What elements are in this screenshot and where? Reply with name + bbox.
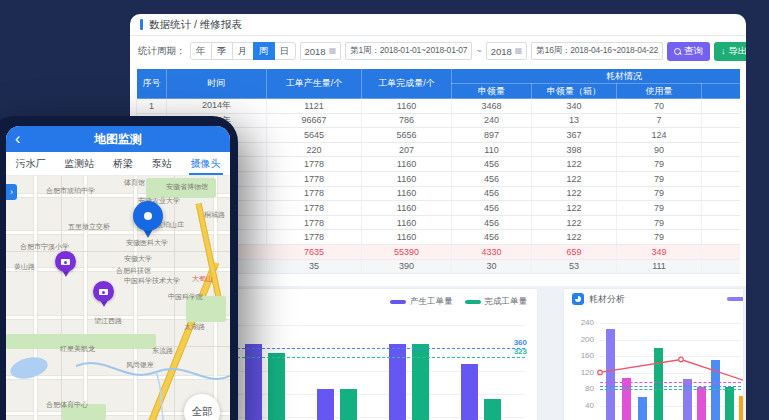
table-cell: 122 [532,157,617,172]
table-cell: 340 [532,99,617,114]
table-cell: 3468 [452,99,532,114]
table-cell: 1778 [267,171,362,186]
sub-col-header-2: 使用量 [617,84,702,99]
period-option-0[interactable]: 年 [190,42,212,60]
bar-产生工单量 [317,389,334,420]
table-cell: 1778 [267,157,362,172]
export-button-label: 导出Excel [729,45,746,58]
sub-col-header-3: 金额 [702,84,741,99]
table-cell: 1160 [362,157,452,172]
camera-icon [99,289,108,295]
gridline [237,325,525,326]
table-cell: 250 [702,99,741,114]
table-cell: 398 [532,142,617,157]
table-cell: 111 [617,259,702,274]
y-tick-label: 80 [568,384,594,393]
table-cell: 456 [452,215,532,230]
map-place-label: 安徽大学 [124,254,152,264]
work-order-chart-legend: 产生工单量完成工单量 [390,296,527,308]
period-segmented-control: 年季月周日 [190,42,296,60]
table-cell: 2014年 [167,99,267,114]
table-cell: 122 [532,201,617,216]
table-cell: 79 [617,186,702,201]
table-cell: 122 [532,171,617,186]
phone-tab-4[interactable]: 摄像头 [189,152,223,175]
header-row-main: 序号时间工单产生量/个工单完成量/个耗材情况 [137,69,741,84]
selected-location-pin[interactable] [133,201,163,238]
work-order-bar-chart: 360323 [237,313,525,420]
camera-marker[interactable] [93,281,114,307]
end-year-select[interactable]: 2018 ▦ [486,42,528,60]
table-cell: 690 [702,113,741,128]
map-place-label: 安徽省博物馆 [166,182,208,192]
period-option-4[interactable]: 日 [274,42,296,60]
camera-marker[interactable] [55,251,76,277]
range-separator: ~ [476,46,481,56]
phone-tab-2[interactable]: 桥梁 [111,152,135,175]
legend-pill [390,300,406,304]
export-excel-button[interactable]: ↓ 导出Excel [714,42,746,61]
table-cell: 67 [702,157,741,172]
phone-tab-0[interactable]: 污水厂 [13,152,47,175]
table-cell: 456 [452,201,532,216]
table-cell: 1121 [267,99,362,114]
table-cell: 1160 [362,186,452,201]
period-option-2[interactable]: 月 [232,42,254,60]
table-cell: 140 [702,259,741,274]
table-cell: 1778 [267,215,362,230]
table-cell: 332 [702,244,741,259]
map-place-label: 合肥科技馆 [116,266,151,276]
table-cell: 67 [702,230,741,245]
table-cell: 30 [452,259,532,274]
table-cell: 110 [452,142,532,157]
map-canvas[interactable]: › 全部 体育馆安徽省博物馆合肥市琥珀中学安徽农业大学桐城路五里墩立交桥琥珀山庄… [6,176,230,420]
y-tick-label: 160 [568,351,594,360]
table-cell: 207 [362,142,452,157]
table-cell: 456 [452,186,532,201]
table-cell: 659 [532,244,617,259]
table-cell: 70 [617,99,702,114]
consumables-chart-header: 耗材分析 [564,289,743,309]
query-button[interactable]: 查询 [667,42,710,61]
end-week-input[interactable]: 第16周：2018-04-16~2018-04-22 [531,42,663,60]
table-cell: 7 [617,113,702,128]
table-cell: 1160 [362,201,452,216]
map-place-label: 中国科学技术大学 [124,276,180,286]
phone-tab-1[interactable]: 监测站 [62,152,96,175]
table-cell: 67 [702,171,741,186]
table-header: 序号时间工单产生量/个工单完成量/个耗材情况申领量申领量（箱）使用量金额 [137,69,741,99]
start-year-select[interactable]: 2018 ▦ [300,42,342,60]
y-tick-label: 240 [568,318,594,327]
table-cell: 79 [617,171,702,186]
consumables-chart-title: 耗材分析 [589,293,625,306]
download-icon: ↓ [721,47,726,56]
camera-icon [61,259,70,265]
legend-item-1: 完成工单量 [465,296,528,308]
start-week-input[interactable]: 第1周：2018-01-01~2018-01-07 [345,42,472,60]
table-cell: 96667 [267,113,362,128]
table-cell: 67 [702,186,741,201]
table-cell: 367 [532,128,617,143]
phone-tab-3[interactable]: 泵站 [150,152,174,175]
table-cell: 90 [617,142,702,157]
table-cell: 7635 [267,244,362,259]
table-cell: 390 [362,259,452,274]
table-cell: 786 [362,113,452,128]
consumables-legend-pill [727,297,744,301]
table-cell: 240 [452,113,532,128]
search-icon [674,48,681,55]
map-place-label: 东流路 [152,346,173,356]
table-cell: 79 [617,157,702,172]
panel-expand-button[interactable]: › [6,184,17,200]
back-icon[interactable]: ‹ [15,127,20,151]
table-cell: 53 [532,259,617,274]
period-option-1[interactable]: 季 [211,42,233,60]
phone-screen: ‹ 地图监测 污水厂监测站桥梁泵站摄像头 [6,126,230,420]
col-header-0: 序号 [137,69,167,99]
start-year-value: 2018 [305,46,326,57]
table-cell: 456 [452,230,532,245]
period-option-3[interactable]: 周 [253,42,275,60]
sub-col-header-0: 申领量 [452,84,532,99]
table-cell: 129 [702,128,741,143]
table-cell: 1160 [362,99,452,114]
